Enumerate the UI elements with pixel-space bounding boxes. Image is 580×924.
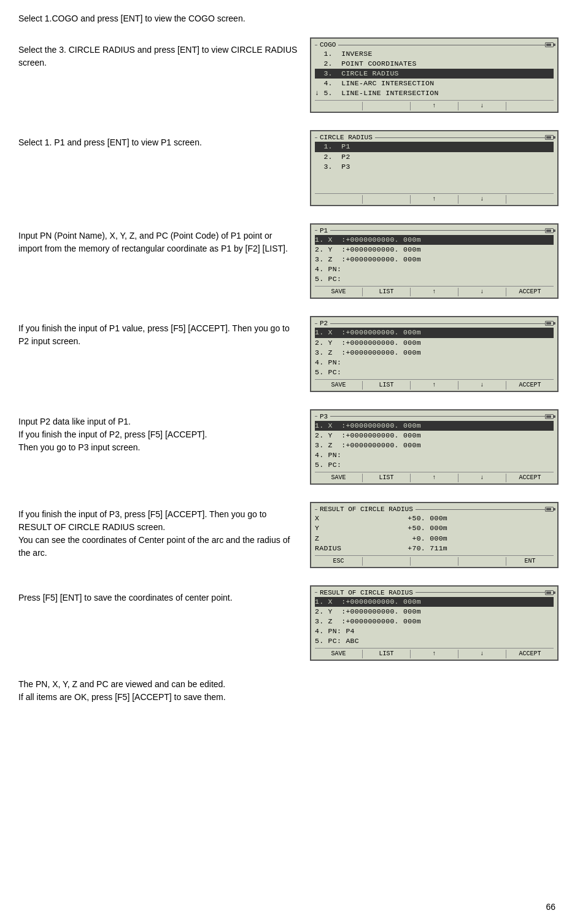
btn-down[interactable]: ↓ — [458, 474, 506, 482]
p2-row-y: 2. Y :+0000000000. 000m — [315, 338, 554, 348]
btn-up[interactable]: ↑ — [411, 650, 458, 658]
btn-up[interactable]: ↑ — [411, 474, 458, 482]
screen-p2: P2 1. X :+0000000000. 000m 2. Y :+000000… — [310, 316, 562, 391]
p3-row-x: 1. X :+0000000000. 000m — [315, 421, 554, 431]
cr-row-2: 2. P2 — [315, 152, 554, 162]
p3-row-pn: 4. PN: — [315, 450, 554, 460]
screen-cogo: COGO 1. INVERSE 2. POINT COORDINATES 3. … — [310, 37, 562, 113]
p3-row-pc: 5. PC: — [315, 460, 554, 470]
screen-p1: P1 1. X :+0000000000. 000m 2. Y :+000000… — [310, 223, 562, 299]
save-row-y: 2. Y :+0000000000. 000m — [315, 607, 554, 617]
section-1: Select the 3. CIRCLE RADIUS and press [E… — [18, 37, 562, 113]
save-row-x: 1. X :+0000000000. 000m — [315, 597, 554, 607]
section-3: Input PN (Point Name), X, Y, Z, and PC (… — [18, 223, 562, 299]
btn-list[interactable]: LIST — [363, 381, 411, 390]
btn-list[interactable]: LIST — [363, 650, 411, 658]
btn-f1[interactable] — [315, 195, 363, 204]
btn-f4-down[interactable]: ↓ — [458, 102, 506, 110]
cogo-row-4: 4. LINE-ARC INTERSECTION — [315, 79, 554, 88]
page-number: 66 — [546, 902, 555, 912]
p2-row-pn: 4. PN: — [315, 358, 554, 368]
section-3-text: Input PN (Point Name), X, Y, Z, and PC (… — [18, 223, 298, 255]
cogo-row-1: 1. INVERSE — [315, 49, 554, 59]
p3-row-z: 3. Z :+0000000000. 000m — [315, 441, 554, 450]
footer-line2: If all items are OK, press [F5] [ACCEPT]… — [18, 691, 562, 704]
p2-row-pc: 5. PC: — [315, 368, 554, 377]
screen-p3: P3 1. X :+0000000000. 000m 2. Y :+000000… — [310, 409, 562, 485]
p1-row-pn: 4. PN: — [315, 264, 554, 274]
section-6: If you finish the input of P3, press [F5… — [18, 502, 562, 568]
btn-save[interactable]: SAVE — [315, 381, 363, 390]
cr-button-bar: ↑ ↓ — [315, 193, 554, 204]
p2-button-bar: SAVE LIST ↑ ↓ ACCEPT — [315, 379, 554, 390]
section-4-text: If you finish the input of P1 value, pre… — [18, 316, 298, 348]
btn-up[interactable]: ↑ — [411, 288, 458, 296]
section-1-text: Select the 3. CIRCLE RADIUS and press [E… — [18, 37, 298, 69]
p1-row-x: 1. X :+0000000000. 000m — [315, 235, 554, 245]
btn-f5[interactable] — [506, 195, 554, 204]
btn-list[interactable]: LIST — [363, 288, 411, 296]
btn-f4[interactable] — [458, 557, 506, 566]
save-row-pn: 4. PN: P4 — [315, 626, 554, 636]
btn-f2[interactable] — [363, 557, 411, 566]
screen-circle-radius-menu: CIRCLE RADIUS 1. P1 2. P2 3. P3 ↑ ↓ — [310, 130, 562, 206]
section-2-text: Select 1. P1 and press [ENT] to view P1 … — [18, 130, 298, 149]
section-5: Input P2 data like input of P1. If you f… — [18, 409, 562, 485]
btn-accept[interactable]: ACCEPT — [506, 474, 554, 482]
btn-down[interactable]: ↓ — [458, 381, 506, 390]
btn-down[interactable]: ↓ — [458, 650, 506, 658]
btn-ent[interactable]: ENT — [506, 557, 554, 566]
cr-row-1: 1. P1 — [315, 142, 554, 152]
page: Select 1.COGO and press [ENT] to view th… — [0, 0, 580, 924]
save-button-bar: SAVE LIST ↑ ↓ ACCEPT — [315, 648, 554, 658]
p1-button-bar: SAVE LIST ↑ ↓ ACCEPT — [315, 286, 554, 296]
section-7-text: Press [F5] [ENT] to save the coordinates… — [18, 585, 298, 604]
btn-f3-up[interactable]: ↑ — [411, 102, 458, 110]
section-2: Select 1. P1 and press [ENT] to view P1 … — [18, 130, 562, 206]
btn-f3[interactable] — [411, 557, 458, 566]
btn-accept[interactable]: ACCEPT — [506, 381, 554, 390]
footer-text: The PN, X, Y, Z and PC are viewed and ca… — [18, 678, 562, 704]
cr-row-blank2 — [315, 182, 554, 191]
btn-accept[interactable]: ACCEPT — [506, 650, 554, 658]
btn-f4-down[interactable]: ↓ — [458, 195, 506, 204]
p1-row-y: 2. Y :+0000000000. 000m — [315, 245, 554, 255]
cr-row-3: 3. P3 — [315, 162, 554, 172]
btn-f3-up[interactable]: ↑ — [411, 195, 458, 204]
section-4: If you finish the input of P1 value, pre… — [18, 316, 562, 391]
result-row-radius: RADIUS +70. 711m — [315, 544, 554, 553]
section-7: Press [F5] [ENT] to save the coordinates… — [18, 585, 562, 661]
result-row-y: Y +50. 000m — [315, 523, 554, 533]
btn-esc[interactable]: ESC — [315, 557, 363, 566]
intro-text: Select 1.COGO and press [ENT] to view th… — [18, 12, 562, 25]
screen-save-center: RESULT OF CIRCLE RADIUS 1. X :+000000000… — [310, 585, 562, 661]
cr-row-blank — [315, 172, 554, 182]
result-row-z: Z +0. 000m — [315, 534, 554, 544]
btn-up[interactable]: ↑ — [411, 381, 458, 390]
save-row-z: 3. Z :+0000000000. 000m — [315, 617, 554, 626]
btn-f2[interactable] — [363, 195, 411, 204]
btn-f2[interactable] — [363, 102, 411, 110]
p3-button-bar: SAVE LIST ↑ ↓ ACCEPT — [315, 472, 554, 482]
section-6-text: If you finish the input of P3, press [F5… — [18, 502, 298, 560]
cogo-row-2: 2. POINT COORDINATES — [315, 59, 554, 69]
btn-save[interactable]: SAVE — [315, 288, 363, 296]
btn-f5[interactable] — [506, 102, 554, 110]
p1-row-z: 3. Z :+0000000000. 000m — [315, 255, 554, 264]
btn-save[interactable]: SAVE — [315, 650, 363, 658]
btn-list[interactable]: LIST — [363, 474, 411, 482]
btn-save[interactable]: SAVE — [315, 474, 363, 482]
section-5-text: Input P2 data like input of P1. If you f… — [18, 409, 298, 454]
cogo-row-3: 3. CIRCLE RADIUS — [315, 69, 554, 79]
screen-result-cr: RESULT OF CIRCLE RADIUS X +50. 000m Y +5… — [310, 502, 562, 568]
p3-row-y: 2. Y :+0000000000. 000m — [315, 431, 554, 441]
footer-line1: The PN, X, Y, Z and PC are viewed and ca… — [18, 678, 562, 691]
cogo-row-5: ↓ 5. LINE-LINE INTERSECTION — [315, 88, 554, 98]
btn-accept[interactable]: ACCEPT — [506, 288, 554, 296]
save-row-pc: 5. PC: ABC — [315, 636, 554, 646]
btn-down[interactable]: ↓ — [458, 288, 506, 296]
result-row-x: X +50. 000m — [315, 514, 554, 523]
btn-f1[interactable] — [315, 102, 363, 110]
cogo-button-bar: ↑ ↓ — [315, 100, 554, 110]
p1-row-pc: 5. PC: — [315, 274, 554, 284]
